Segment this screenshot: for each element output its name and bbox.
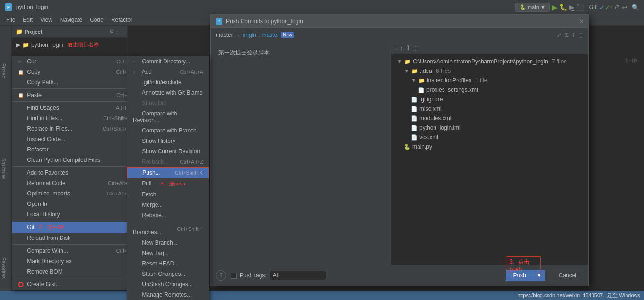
git-add-shortcut: Ctrl+Alt+A	[180, 69, 203, 75]
favorites-label: Favorites	[1, 257, 7, 279]
files-toolbar-sort-icon[interactable]: ↕	[400, 44, 404, 52]
ctx-mark-dir[interactable]: Mark Directory as ▶	[12, 256, 137, 266]
ctx-reformat-label: Reformat Code	[18, 180, 98, 186]
commit-item[interactable]: 第一次提交登录脚本	[215, 46, 386, 60]
misc-file-item[interactable]: 📄 misc.xml	[407, 104, 586, 114]
outer-context-menu: ✂ Cut Ctrl+X 📋 Copy Ctrl+C Copy Path... …	[12, 56, 137, 290]
ctx-clean-python[interactable]: Clean Python Compiled Files	[12, 155, 137, 165]
git-gitinfo[interactable]: .git/info/exclude	[127, 77, 209, 88]
git-compare-rev[interactable]: Compare with Revision...	[127, 108, 209, 125]
toolbar-icon-1[interactable]: ⊞	[564, 32, 569, 38]
ctx-paste[interactable]: 📋 Paste Ctrl+V	[12, 90, 137, 100]
project-root-item[interactable]: ▶ 📁 python_login 右击项目名称	[14, 40, 125, 49]
dialog-content: 第一次提交登录脚本 ≡ ↕ ↧ ⬚ ▼ 📁 C:\Users\Administr…	[211, 42, 588, 265]
git-unstash[interactable]: UnStash Changes...	[127, 279, 209, 290]
git-up-icon[interactable]: ↑	[610, 4, 613, 11]
git-branches[interactable]: Branches... Ctrl+Shift+`	[127, 221, 209, 238]
ctx-find-files[interactable]: Find in Files... Ctrl+Shift+F	[12, 113, 137, 124]
menu-file[interactable]: File	[2, 16, 19, 24]
profiles-file-item[interactable]: 📄 profiles_settings.xml	[414, 85, 586, 95]
sort-icon[interactable]: ↕	[116, 29, 119, 35]
git-push[interactable]: Push... Ctrl+Shift+K	[127, 167, 209, 178]
git-show-history[interactable]: Show History	[127, 136, 209, 146]
main-py-file-item[interactable]: 🐍 main.py	[400, 142, 586, 151]
toolbar-icon-3[interactable]: ⬚	[578, 32, 583, 38]
files-toolbar-view-icon[interactable]: ⬚	[413, 44, 419, 52]
ctx-local-history[interactable]: Local History ▶	[12, 209, 137, 220]
help-button[interactable]: ?	[216, 270, 226, 281]
settings-icon[interactable]: ⚙	[109, 28, 114, 35]
expand-icon[interactable]: ⤢	[557, 32, 562, 38]
git-show-diff[interactable]: Show Diff	[127, 98, 209, 108]
ctx-git[interactable]: Git 2、选中Git ▶	[12, 222, 137, 233]
toolbar-icon-2[interactable]: ↧	[571, 32, 576, 38]
git-clock-icon[interactable]: ⏱	[614, 4, 620, 11]
modules-file-item[interactable]: 📄 modules.xml	[407, 114, 586, 123]
run-config-btn[interactable]: 🐍 main ▼	[515, 3, 550, 12]
ctx-inspect[interactable]: Inspect Code...	[12, 134, 137, 144]
idea-folder-item[interactable]: ▼ 📁 .idea 6 files	[400, 66, 586, 76]
git-annotate[interactable]: Annotate with Git Blame	[127, 88, 209, 98]
git-pull[interactable]: Pull... 3、选push	[127, 178, 209, 189]
git-commit-dir[interactable]: ↑ Commit Directory...	[127, 56, 209, 67]
git-new-branch[interactable]: New Branch...	[127, 238, 209, 248]
search-icon[interactable]: 🔍	[632, 4, 639, 11]
dialog-close-button[interactable]: ×	[580, 18, 583, 25]
cancel-button[interactable]: Cancel	[552, 270, 583, 281]
branch-origin-link[interactable]: origin	[243, 32, 256, 38]
dialog-bottom-bar: ? Push tags: All 3、点击push Push ▼ Cancel	[211, 265, 588, 286]
ctx-add-favorites[interactable]: Add to Favorites ▶	[12, 168, 137, 178]
ctx-cut[interactable]: ✂ Cut Ctrl+X	[12, 56, 137, 67]
git-undo-icon[interactable]: ↩	[622, 4, 627, 11]
git-branches-shortcut: Ctrl+Shift+`	[177, 226, 203, 232]
root-folder-item[interactable]: ▼ 📁 C:\Users\Administrator\PycharmProjec…	[393, 57, 586, 66]
collapse-icon[interactable]: −	[121, 29, 123, 35]
git-merge[interactable]: Merge...	[127, 200, 209, 210]
app-icon: P	[5, 3, 12, 11]
project-panel-header: 📁 Project ⚙ ↕ −	[12, 26, 127, 38]
push-tags-checkbox[interactable]	[231, 273, 237, 279]
branch-to-link[interactable]: master	[261, 32, 279, 38]
ctx-open-in[interactable]: Open In ▶	[12, 199, 137, 209]
ctx-create-gist[interactable]: ⭕ Create Gist...	[12, 279, 137, 290]
git-fetch[interactable]: Fetch	[127, 189, 209, 200]
git-new-tag[interactable]: New Tag...	[127, 248, 209, 258]
menu-refactor[interactable]: Refactor	[107, 16, 136, 24]
menu-view[interactable]: View	[36, 16, 56, 24]
files-toolbar-expand-icon[interactable]: ≡	[394, 44, 398, 52]
ctx-copy[interactable]: 📋 Copy Ctrl+C	[12, 67, 137, 77]
git-rebase[interactable]: Rebase...	[127, 210, 209, 221]
git-show-current-rev[interactable]: Show Current Revision	[127, 146, 209, 157]
git-reset-head[interactable]: Reset HEAD...	[127, 258, 209, 269]
files-toolbar-collapse-icon[interactable]: ↧	[406, 44, 411, 52]
ctx-refactor[interactable]: Refactor ▶	[12, 144, 137, 155]
ctx-reload[interactable]: Reload from Disk	[12, 233, 137, 243]
ctx-reformat[interactable]: Reformat Code Ctrl+Alt+L	[12, 178, 137, 188]
coverage-icon[interactable]: ▶̲	[569, 3, 574, 11]
debug-icon[interactable]: 🐛	[559, 3, 567, 11]
stop-icon[interactable]: ⬛	[576, 3, 584, 11]
menu-code[interactable]: Code	[86, 16, 107, 24]
git-compare-branch[interactable]: Compare with Branch...	[127, 125, 209, 136]
git-manage-remotes[interactable]: Manage Remotes...	[127, 290, 209, 300]
ctx-copy-path[interactable]: Copy Path...	[12, 77, 137, 88]
expand-icon: ▶	[16, 42, 20, 48]
project-root-label: python_login	[31, 42, 63, 48]
menu-navigate[interactable]: Navigate	[56, 16, 86, 24]
vcs-file-item[interactable]: 📄 vcs.xml	[407, 132, 586, 142]
push-tags-select[interactable]: All	[270, 271, 326, 280]
git-rollback[interactable]: Rollback... Ctrl+Alt+Z	[127, 157, 209, 167]
inspection-folder-item[interactable]: ▼ 📁 inspectionProfiles 1 file	[407, 76, 586, 85]
ctx-replace-files[interactable]: Replace in Files... Ctrl+Shift+R	[12, 124, 137, 134]
gitignore-file-item[interactable]: 📄 .gitignore	[407, 95, 586, 104]
ctx-compare-with[interactable]: Compare With... Ctrl+D	[12, 246, 137, 256]
git-add[interactable]: + Add Ctrl+Alt+A	[127, 67, 209, 77]
ctx-optimize[interactable]: Optimize Imports Ctrl+Alt+O	[12, 188, 137, 199]
run-icon[interactable]: ▶	[552, 3, 557, 12]
iml-file-item[interactable]: 📄 python_login.iml	[407, 123, 586, 132]
menu-edit[interactable]: Edit	[19, 16, 36, 24]
ctx-remove-bom[interactable]: Remove BOM	[12, 266, 137, 277]
push-commits-dialog: P Push Commits to python_login × master …	[210, 14, 589, 286]
ctx-find-usages[interactable]: Find Usages Alt+F7	[12, 103, 137, 113]
git-stash[interactable]: Stash Changes...	[127, 269, 209, 279]
